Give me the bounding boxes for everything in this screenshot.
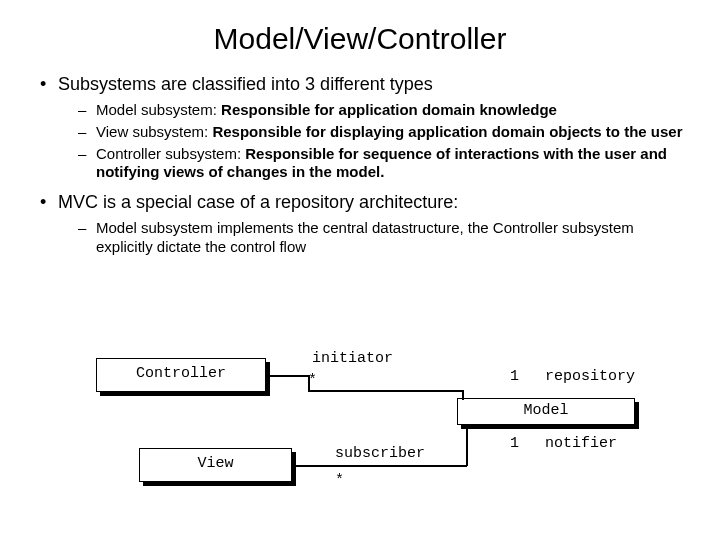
- line-init-model-h: [308, 390, 463, 392]
- subbullet-prefix: Controller subsystem:: [96, 145, 245, 162]
- subbullet-text: Model subsystem implements the central d…: [96, 219, 634, 255]
- subbullet-view: View subsystem: Responsible for displayi…: [78, 123, 690, 142]
- bullet-text: Subsystems are classified into 3 differe…: [58, 74, 433, 94]
- subscriber-label: subscriber: [335, 445, 425, 462]
- line-ctrl-down: [308, 375, 310, 391]
- line-ctrl-right: [266, 375, 308, 377]
- subbullet-controller: Controller subsystem: Responsible for se…: [78, 145, 690, 183]
- controller-label: Controller: [136, 365, 226, 382]
- view-box: View: [139, 448, 292, 482]
- model-label: Model: [523, 402, 568, 419]
- bullet-mvc: MVC is a special case of a repository ar…: [40, 192, 690, 257]
- one-repository: 1: [510, 368, 519, 385]
- repository-label: repository: [545, 368, 635, 385]
- mvc-diagram: Controller View Model initiator * 1 repo…: [0, 340, 720, 540]
- line-sub-model-v: [466, 425, 468, 466]
- model-box: Model: [457, 398, 635, 425]
- subbullet-bold: Responsible for application domain knowl…: [221, 101, 557, 118]
- bullet-text: MVC is a special case of a repository ar…: [58, 192, 458, 212]
- line-sub-model-h: [332, 465, 467, 467]
- subbullet-bold: Responsible for displaying application d…: [212, 123, 682, 140]
- star-subscriber: *: [335, 472, 344, 489]
- subbullet-model: Model subsystem: Responsible for applica…: [78, 101, 690, 120]
- subbullet-prefix: View subsystem:: [96, 123, 212, 140]
- subbullet-prefix: Model subsystem:: [96, 101, 221, 118]
- line-view-right: [292, 465, 332, 467]
- controller-box: Controller: [96, 358, 266, 392]
- subbullet-repo: Model subsystem implements the central d…: [78, 219, 690, 257]
- initiator-label: initiator: [312, 350, 393, 367]
- view-label: View: [197, 455, 233, 472]
- bullet-subsystems: Subsystems are classified into 3 differe…: [40, 74, 690, 182]
- slide-title: Model/View/Controller: [0, 22, 720, 56]
- slide-body: Subsystems are classified into 3 differe…: [0, 74, 720, 257]
- one-notifier: 1: [510, 435, 519, 452]
- line-init-model-v: [462, 390, 464, 400]
- notifier-label: notifier: [545, 435, 617, 452]
